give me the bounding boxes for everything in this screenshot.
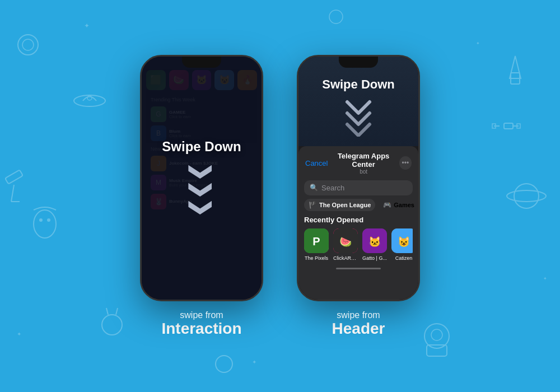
catizen-app-label: Catizen xyxy=(395,255,413,261)
recent-app-pixels[interactable]: P The Pixels xyxy=(304,228,329,261)
swipe-down-text-left: Swipe Down xyxy=(162,139,241,155)
scroll-bar xyxy=(336,268,381,269)
chevrons-right xyxy=(342,97,375,137)
pixels-app-label: The Pixels xyxy=(305,255,328,261)
right-phone-label: swipe from Header xyxy=(332,310,385,338)
chevron-1: ❯ xyxy=(193,163,211,182)
svg-text:🐱: 🐱 xyxy=(368,236,381,248)
left-phone-notch xyxy=(182,57,221,68)
sheet-title-block: Telegram Apps Center bot xyxy=(328,152,399,175)
recent-app-catizen[interactable]: 😺 Catizen xyxy=(391,228,413,261)
tab-games[interactable]: 🎮 Games xyxy=(379,199,418,211)
recent-app-clickarb[interactable]: 🍉 ClickARB... xyxy=(333,228,358,261)
cancel-button[interactable]: Cancel xyxy=(305,159,328,167)
pixels-app-icon: P xyxy=(304,228,329,253)
more-button[interactable]: ••• xyxy=(399,156,412,170)
search-placeholder: Search xyxy=(321,184,344,192)
sheet-title: Telegram Apps Center xyxy=(328,152,399,169)
sheet-header: Cancel Telegram Apps Center bot ••• xyxy=(298,146,418,178)
left-swipe-from: swipe from xyxy=(161,310,241,320)
search-icon: 🔍 xyxy=(310,184,318,192)
left-phone-label: swipe from Interaction xyxy=(161,310,241,338)
svg-text:😺: 😺 xyxy=(398,236,410,248)
right-phone-frame: Swipe Down Cancel xyxy=(297,55,420,301)
right-bottom-label: Header xyxy=(332,320,385,338)
tab-open-league[interactable]: 🏴 The Open League xyxy=(304,199,375,211)
svg-text:P: P xyxy=(312,235,320,248)
right-phone-content: Swipe Down Cancel xyxy=(298,57,418,300)
tab-open-league-label: The Open League xyxy=(319,202,371,208)
svg-text:🍉: 🍉 xyxy=(339,236,352,248)
tab-games-icon: 🎮 xyxy=(383,201,391,209)
gatto-app-icon: 🐱 xyxy=(362,228,387,253)
catizen-app-icon: 😺 xyxy=(391,228,413,253)
left-phone-content: 🟩 🍉 🐱 😺 🔥 Trending This Week G GAMEE Cl xyxy=(142,57,262,300)
right-phone-wrapper: Swipe Down Cancel xyxy=(297,55,420,338)
gatto-app-label: Gatto | G... xyxy=(362,255,387,261)
swipe-overlay-left: Swipe Down ❯ ❯ ❯ xyxy=(142,57,262,300)
tab-open-league-icon: 🏴 xyxy=(309,201,317,209)
sheet-subtitle: bot xyxy=(328,169,399,175)
chevron-2: ❯ xyxy=(193,181,211,200)
recent-app-gatto[interactable]: 🐱 Gatto | G... xyxy=(362,228,387,261)
swipe-down-text-right: Swipe Down xyxy=(322,77,395,92)
clickarb-app-label: ClickARB... xyxy=(333,255,358,261)
more-icon: ••• xyxy=(402,159,409,167)
recently-opened-title: Recently Opened xyxy=(304,216,413,224)
filter-tabs: 🏴 The Open League 🎮 Games ⚙️ Utilities xyxy=(298,199,418,216)
main-container: 🟩 🍉 🐱 😺 🔥 Trending This Week G GAMEE Cl xyxy=(0,0,560,392)
bottom-sheet: Cancel Telegram Apps Center bot ••• 🔍 Se… xyxy=(298,146,418,300)
recently-opened-section: Recently Opened P The Pixels xyxy=(298,216,418,265)
recent-apps-row: P The Pixels 🍉 xyxy=(304,228,413,261)
right-top-area: Swipe Down xyxy=(298,57,418,146)
search-bar[interactable]: 🔍 Search xyxy=(304,180,413,195)
left-bottom-label: Interaction xyxy=(161,320,241,338)
clickarb-app-icon: 🍉 xyxy=(333,228,358,253)
chevrons-left: ❯ ❯ ❯ xyxy=(192,164,211,217)
tab-games-label: Games xyxy=(394,202,414,208)
right-swipe-from: swipe from xyxy=(332,310,385,320)
scroll-indicator xyxy=(298,265,418,272)
chevron-3: ❯ xyxy=(193,199,211,218)
left-phone-wrapper: 🟩 🍉 🐱 😺 🔥 Trending This Week G GAMEE Cl xyxy=(140,55,263,338)
left-phone-frame: 🟩 🍉 🐱 😺 🔥 Trending This Week G GAMEE Cl xyxy=(140,55,263,301)
right-phone-notch xyxy=(339,57,378,68)
